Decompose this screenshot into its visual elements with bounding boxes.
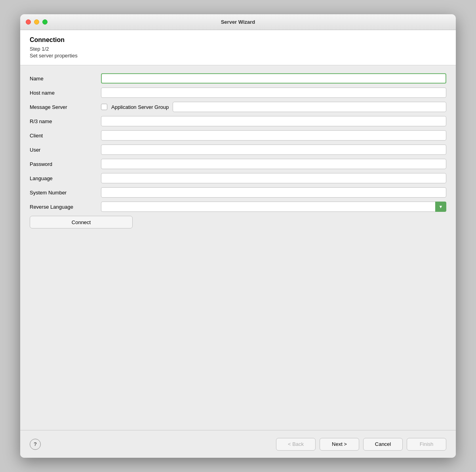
app-server-group-input[interactable] — [173, 102, 446, 112]
finish-button[interactable]: Finish — [407, 438, 446, 451]
name-label: Name — [30, 76, 97, 82]
connection-title: Connection — [30, 36, 446, 44]
next-button[interactable]: Next > — [320, 438, 359, 451]
hostname-input[interactable] — [101, 88, 446, 98]
minimize-button[interactable] — [34, 19, 39, 25]
connect-button[interactable]: Connect — [30, 216, 133, 228]
password-label: Password — [30, 161, 97, 167]
cancel-button[interactable]: Cancel — [363, 438, 403, 451]
app-server-group-label: Application Server Group — [111, 104, 169, 110]
message-server-row: Application Server Group — [101, 102, 446, 112]
language-label: Language — [30, 175, 97, 181]
user-label: User — [30, 147, 97, 153]
system-number-label: System Number — [30, 190, 97, 196]
help-button[interactable]: ? — [30, 439, 41, 450]
bottom-actions: < Back Next > Cancel Finish — [276, 438, 446, 451]
reverse-language-label: Reverse Language — [30, 204, 97, 210]
back-button[interactable]: < Back — [276, 438, 316, 451]
name-input[interactable] — [101, 73, 446, 84]
reverse-language-wrapper: ▼ — [101, 202, 446, 212]
close-button[interactable] — [26, 19, 31, 25]
client-label: Client — [30, 133, 97, 139]
window-title: Server Wizard — [221, 19, 255, 25]
password-input[interactable] — [101, 159, 446, 169]
language-input[interactable] — [101, 173, 446, 183]
window-controls — [26, 19, 48, 25]
reverse-language-input[interactable] — [101, 202, 446, 212]
content-area: Name Host name Message Server Applicatio… — [20, 65, 456, 430]
r3name-input[interactable] — [101, 116, 446, 126]
client-input[interactable] — [101, 130, 446, 141]
hostname-label: Host name — [30, 90, 97, 96]
step-text: Step 1/2 — [30, 46, 446, 52]
r3name-label: R/3 name — [30, 118, 97, 124]
step-description: Set server properties — [30, 53, 446, 59]
bottom-bar: ? < Back Next > Cancel Finish — [20, 430, 456, 458]
form-grid: Name Host name Message Server Applicatio… — [30, 73, 446, 212]
system-number-input[interactable] — [101, 187, 446, 198]
user-input[interactable] — [101, 145, 446, 155]
message-server-checkbox[interactable] — [101, 104, 107, 110]
maximize-button[interactable] — [42, 19, 48, 25]
message-server-label: Message Server — [30, 104, 97, 110]
header-section: Connection Step 1/2 Set server propertie… — [20, 30, 456, 65]
wizard-window: Server Wizard Connection Step 1/2 Set se… — [20, 14, 456, 458]
titlebar: Server Wizard — [20, 14, 456, 30]
